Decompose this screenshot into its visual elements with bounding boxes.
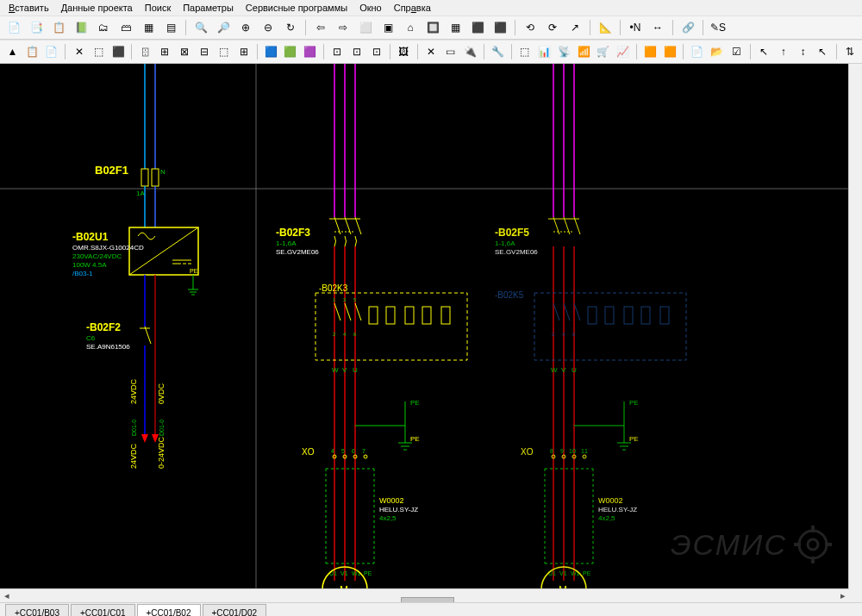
toolbar-button[interactable]: ⊠ <box>176 41 194 62</box>
toolbar-button[interactable]: 🛒 <box>595 41 613 62</box>
toolbar-button[interactable]: 🟧 <box>661 41 679 62</box>
toolbar-button[interactable]: ▣ <box>378 17 398 38</box>
toolbar-button[interactable]: ☑ <box>728 41 746 62</box>
toolbar-button[interactable]: ↑ <box>774 41 792 62</box>
menu-service[interactable]: Сервисные программы <box>240 2 353 14</box>
toolbar-button[interactable]: ⊞ <box>234 41 253 62</box>
tab-d02[interactable]: +CC01/D02 <box>203 604 267 616</box>
svg-rect-64 <box>405 307 414 324</box>
toolbar-button[interactable]: ↖ <box>754 41 772 62</box>
toolbar-button[interactable]: ▲ <box>3 41 22 62</box>
toolbar-button[interactable]: ⬚ <box>90 41 108 62</box>
menu-project-data[interactable]: Данные проекта <box>56 2 138 14</box>
svg-rect-65 <box>422 307 431 324</box>
toolbar-button[interactable]: ⊕ <box>235 17 256 38</box>
toolbar-button[interactable]: 🔲 <box>422 17 443 38</box>
toolbar-button[interactable]: 📋 <box>23 41 41 62</box>
toolbar-button[interactable]: 📊 <box>535 41 553 62</box>
svg-point-144 <box>583 455 586 458</box>
toolbar-button[interactable]: ✕ <box>422 41 440 62</box>
vertical-scrollbar[interactable] <box>848 64 862 589</box>
toolbar-button[interactable]: 📄 <box>3 17 24 38</box>
svg-text:6: 6 <box>572 332 576 337</box>
label-b02f1: B02F1 <box>95 164 128 177</box>
label-b02k5: -B02K5 <box>495 290 524 300</box>
toolbar-button[interactable]: ✕ <box>70 41 88 62</box>
toolbar-button[interactable]: 📈 <box>614 41 632 62</box>
menu-parameters[interactable]: Параметры <box>178 2 239 14</box>
toolbar-button[interactable]: 📂 <box>708 41 726 62</box>
toolbar-button[interactable]: ⬚ <box>515 41 534 62</box>
toolbar-button[interactable]: ↻ <box>280 17 301 38</box>
toolbar-button[interactable]: ⇅ <box>840 41 859 62</box>
toolbar-button[interactable]: 🔗 <box>678 17 698 38</box>
toolbar-button[interactable]: 📄 <box>688 41 706 62</box>
toolbar-button[interactable]: ⇦ <box>310 17 331 38</box>
toolbar-button[interactable]: 🟪 <box>301 41 319 62</box>
toolbar-button[interactable]: ⌂ <box>400 17 421 38</box>
menu-window[interactable]: Окно <box>354 2 387 14</box>
svg-rect-66 <box>441 307 450 324</box>
toolbar-button[interactable]: ⊡ <box>367 41 385 62</box>
toolbar-button[interactable]: ▭ <box>441 41 459 62</box>
tab-c01[interactable]: +CC01/C01 <box>71 604 135 616</box>
svg-point-157 <box>799 531 827 558</box>
toolbar-button[interactable]: ✎S <box>708 17 728 38</box>
toolbar-button[interactable]: 📶 <box>575 41 593 62</box>
toolbar-button[interactable]: 🔌 <box>461 41 479 62</box>
toolbar-button[interactable]: ⬜ <box>355 17 376 38</box>
toolbar-button[interactable]: 📑 <box>26 17 47 38</box>
toolbar-button[interactable]: ⊖ <box>258 17 278 38</box>
toolbar-button[interactable]: ⬛ <box>490 17 510 38</box>
menu-help[interactable]: Справка <box>389 2 436 14</box>
toolbar-button[interactable]: 📡 <box>555 41 573 62</box>
toolbar-button[interactable]: ↔ <box>647 17 668 38</box>
tab-b03[interactable]: +CC01/B03 <box>5 604 69 616</box>
toolbar-button[interactable]: ⟲ <box>520 17 540 38</box>
svg-text:XO: XO <box>302 447 315 457</box>
tab-b02[interactable]: +CC01/B02 <box>137 604 201 616</box>
toolbar-button[interactable]: ▤ <box>160 17 181 38</box>
toolbar-button[interactable]: 📐 <box>595 17 615 38</box>
toolbar-button[interactable]: 🗂 <box>93 17 114 38</box>
svg-rect-58 <box>315 293 467 360</box>
toolbar-button[interactable]: ⬛ <box>109 41 128 62</box>
toolbar-button[interactable]: ⊡ <box>348 41 366 62</box>
toolbar-button[interactable]: ⊡ <box>328 41 347 62</box>
toolbar-button[interactable]: 🖼 <box>395 41 413 62</box>
toolbar-button[interactable]: ⊟ <box>196 41 214 62</box>
svg-text:7: 7 <box>362 448 365 454</box>
menu-insert[interactable]: Вставить <box>3 2 54 14</box>
toolbar-button[interactable]: ⇨ <box>333 17 353 38</box>
toolbar-button[interactable]: 🟩 <box>282 41 300 62</box>
toolbar-button[interactable]: 🔧 <box>489 41 507 62</box>
toolbar-button[interactable]: ▦ <box>445 17 465 38</box>
svg-rect-161 <box>794 543 801 546</box>
toolbar-button[interactable]: 🔍 <box>191 17 211 38</box>
toolbar-button[interactable]: 📗 <box>71 17 91 38</box>
toolbar-button[interactable]: ⟳ <box>542 17 563 38</box>
toolbar-button[interactable]: ▦ <box>138 17 159 38</box>
toolbar-button[interactable]: ⊞ <box>156 41 174 62</box>
toolbar-button[interactable]: ⌹ <box>136 41 154 62</box>
toolbar-button[interactable]: •N <box>625 17 646 38</box>
menu-search[interactable]: Поиск <box>140 2 176 14</box>
toolbar-button[interactable]: 🟧 <box>641 41 659 62</box>
toolbar-button[interactable]: ⬚ <box>215 41 233 62</box>
toolbar-button[interactable]: ↖ <box>814 41 832 62</box>
svg-text:PE: PE <box>629 399 639 407</box>
toolbar-button[interactable]: 🗃 <box>116 17 136 38</box>
toolbar-button[interactable]: ↗ <box>565 17 585 38</box>
toolbar-button[interactable]: 📋 <box>48 17 69 38</box>
toolbar-button[interactable]: 🔎 <box>213 17 234 38</box>
label-b02f5: -B02F5 <box>495 227 529 239</box>
horizontal-scrollbar[interactable]: ◂ ▸ <box>0 588 849 602</box>
toolbar-button[interactable]: ↕ <box>794 41 812 62</box>
toolbar-button[interactable]: 🟦 <box>262 41 280 62</box>
svg-text:W1: W1 <box>571 570 580 576</box>
toolbar-button[interactable]: ⬛ <box>467 17 488 38</box>
drawing-canvas[interactable]: B02F1 1A N PE -B02U1 OMR.S8JX-G10024CD 2… <box>0 64 849 589</box>
svg-text:U: U <box>572 366 577 374</box>
svg-text:OMR.S8JX-G10024CD: OMR.S8JX-G10024CD <box>72 244 144 252</box>
toolbar-button[interactable]: 📄 <box>43 41 61 62</box>
